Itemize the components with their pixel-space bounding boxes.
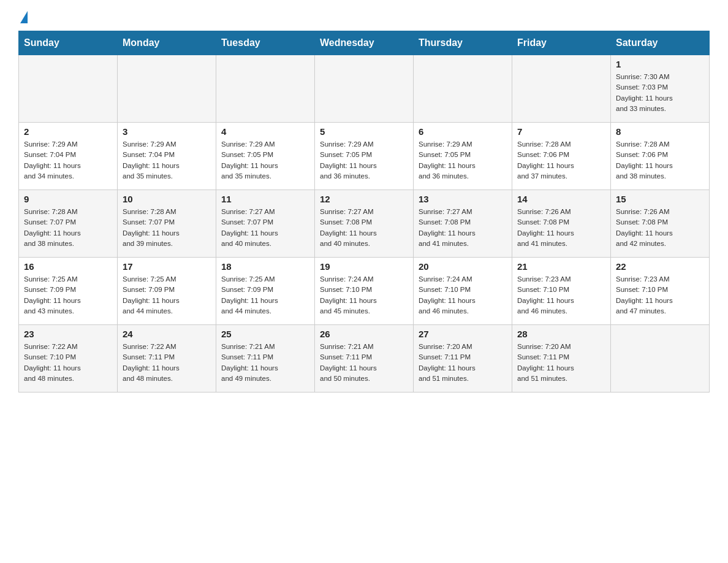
calendar-cell: 22Sunrise: 7:23 AM Sunset: 7:10 PM Dayli… <box>611 258 710 325</box>
calendar-cell: 26Sunrise: 7:21 AM Sunset: 7:11 PM Dayli… <box>315 325 414 393</box>
day-number: 19 <box>320 261 408 272</box>
day-info: Sunrise: 7:26 AM Sunset: 7:08 PM Dayligh… <box>616 207 704 249</box>
calendar-cell: 16Sunrise: 7:25 AM Sunset: 7:09 PM Dayli… <box>19 258 118 325</box>
day-info: Sunrise: 7:29 AM Sunset: 7:04 PM Dayligh… <box>24 139 112 182</box>
day-info: Sunrise: 7:27 AM Sunset: 7:08 PM Dayligh… <box>320 207 408 249</box>
day-number: 6 <box>419 126 507 137</box>
day-number: 22 <box>616 261 704 272</box>
day-info: Sunrise: 7:21 AM Sunset: 7:11 PM Dayligh… <box>320 342 408 384</box>
day-number: 24 <box>123 329 211 339</box>
day-number: 13 <box>419 194 507 204</box>
day-number: 11 <box>221 194 309 204</box>
calendar-cell: 6Sunrise: 7:29 AM Sunset: 7:05 PM Daylig… <box>414 123 512 190</box>
calendar-cell: 14Sunrise: 7:26 AM Sunset: 7:08 PM Dayli… <box>512 190 611 258</box>
day-info: Sunrise: 7:28 AM Sunset: 7:06 PM Dayligh… <box>517 139 605 182</box>
day-info: Sunrise: 7:24 AM Sunset: 7:10 PM Dayligh… <box>320 274 408 316</box>
day-number: 17 <box>123 261 211 272</box>
calendar-cell: 1Sunrise: 7:30 AM Sunset: 7:03 PM Daylig… <box>611 55 710 123</box>
day-info: Sunrise: 7:23 AM Sunset: 7:10 PM Dayligh… <box>517 274 605 316</box>
day-number: 23 <box>24 329 112 339</box>
day-info: Sunrise: 7:27 AM Sunset: 7:08 PM Dayligh… <box>419 207 507 249</box>
calendar-cell: 24Sunrise: 7:22 AM Sunset: 7:11 PM Dayli… <box>118 325 216 393</box>
calendar-week-row: 1Sunrise: 7:30 AM Sunset: 7:03 PM Daylig… <box>19 55 710 123</box>
day-info: Sunrise: 7:25 AM Sunset: 7:09 PM Dayligh… <box>221 274 309 316</box>
day-info: Sunrise: 7:28 AM Sunset: 7:07 PM Dayligh… <box>24 207 112 249</box>
logo-triangle-icon <box>20 11 28 23</box>
weekday-header-thursday: Thursday <box>414 31 512 55</box>
calendar-week-row: 2Sunrise: 7:29 AM Sunset: 7:04 PM Daylig… <box>19 123 710 190</box>
weekday-header-monday: Monday <box>118 31 216 55</box>
day-number: 3 <box>123 126 211 137</box>
day-number: 9 <box>24 194 112 204</box>
day-info: Sunrise: 7:23 AM Sunset: 7:10 PM Dayligh… <box>616 274 704 316</box>
calendar-cell: 13Sunrise: 7:27 AM Sunset: 7:08 PM Dayli… <box>414 190 512 258</box>
day-info: Sunrise: 7:21 AM Sunset: 7:11 PM Dayligh… <box>221 342 309 384</box>
day-number: 28 <box>517 329 605 339</box>
day-number: 12 <box>320 194 408 204</box>
day-number: 4 <box>221 126 309 137</box>
calendar-week-row: 9Sunrise: 7:28 AM Sunset: 7:07 PM Daylig… <box>19 190 710 258</box>
day-number: 10 <box>123 194 211 204</box>
day-number: 5 <box>320 126 408 137</box>
calendar-cell: 8Sunrise: 7:28 AM Sunset: 7:06 PM Daylig… <box>611 123 710 190</box>
day-number: 26 <box>320 329 408 339</box>
day-info: Sunrise: 7:20 AM Sunset: 7:11 PM Dayligh… <box>517 342 605 384</box>
calendar-cell: 20Sunrise: 7:24 AM Sunset: 7:10 PM Dayli… <box>414 258 512 325</box>
day-info: Sunrise: 7:28 AM Sunset: 7:06 PM Dayligh… <box>616 139 704 182</box>
day-number: 18 <box>221 261 309 272</box>
day-info: Sunrise: 7:25 AM Sunset: 7:09 PM Dayligh… <box>24 274 112 316</box>
day-info: Sunrise: 7:28 AM Sunset: 7:07 PM Dayligh… <box>123 207 211 249</box>
calendar-cell <box>118 55 216 123</box>
weekday-header-tuesday: Tuesday <box>216 31 315 55</box>
calendar-cell <box>315 55 414 123</box>
calendar-cell: 18Sunrise: 7:25 AM Sunset: 7:09 PM Dayli… <box>216 258 315 325</box>
calendar-cell: 25Sunrise: 7:21 AM Sunset: 7:11 PM Dayli… <box>216 325 315 393</box>
day-info: Sunrise: 7:29 AM Sunset: 7:05 PM Dayligh… <box>419 139 507 182</box>
calendar-cell <box>611 325 710 393</box>
day-info: Sunrise: 7:24 AM Sunset: 7:10 PM Dayligh… <box>419 274 507 316</box>
calendar-cell: 9Sunrise: 7:28 AM Sunset: 7:07 PM Daylig… <box>19 190 118 258</box>
day-number: 16 <box>24 261 112 272</box>
day-number: 8 <box>616 126 704 137</box>
calendar-cell: 11Sunrise: 7:27 AM Sunset: 7:07 PM Dayli… <box>216 190 315 258</box>
day-number: 1 <box>616 59 704 69</box>
weekday-header-sunday: Sunday <box>19 31 118 55</box>
calendar-week-row: 16Sunrise: 7:25 AM Sunset: 7:09 PM Dayli… <box>19 258 710 325</box>
day-number: 14 <box>517 194 605 204</box>
calendar-cell: 19Sunrise: 7:24 AM Sunset: 7:10 PM Dayli… <box>315 258 414 325</box>
logo <box>18 12 28 25</box>
calendar-cell: 17Sunrise: 7:25 AM Sunset: 7:09 PM Dayli… <box>118 258 216 325</box>
weekday-header-friday: Friday <box>512 31 611 55</box>
calendar-cell <box>216 55 315 123</box>
calendar-cell <box>512 55 611 123</box>
calendar-cell: 10Sunrise: 7:28 AM Sunset: 7:07 PM Dayli… <box>118 190 216 258</box>
calendar-cell: 15Sunrise: 7:26 AM Sunset: 7:08 PM Dayli… <box>611 190 710 258</box>
day-info: Sunrise: 7:29 AM Sunset: 7:04 PM Dayligh… <box>123 139 211 182</box>
calendar-cell <box>19 55 118 123</box>
day-info: Sunrise: 7:27 AM Sunset: 7:07 PM Dayligh… <box>221 207 309 249</box>
day-info: Sunrise: 7:29 AM Sunset: 7:05 PM Dayligh… <box>221 139 309 182</box>
calendar-cell: 4Sunrise: 7:29 AM Sunset: 7:05 PM Daylig… <box>216 123 315 190</box>
weekday-header-saturday: Saturday <box>611 31 710 55</box>
weekday-header-wednesday: Wednesday <box>315 31 414 55</box>
calendar-cell: 12Sunrise: 7:27 AM Sunset: 7:08 PM Dayli… <box>315 190 414 258</box>
day-number: 20 <box>419 261 507 272</box>
day-info: Sunrise: 7:26 AM Sunset: 7:08 PM Dayligh… <box>517 207 605 249</box>
day-number: 2 <box>24 126 112 137</box>
day-info: Sunrise: 7:29 AM Sunset: 7:05 PM Dayligh… <box>320 139 408 182</box>
day-info: Sunrise: 7:22 AM Sunset: 7:10 PM Dayligh… <box>24 342 112 384</box>
calendar-cell <box>414 55 512 123</box>
day-info: Sunrise: 7:22 AM Sunset: 7:11 PM Dayligh… <box>123 342 211 384</box>
day-number: 15 <box>616 194 704 204</box>
calendar-cell: 5Sunrise: 7:29 AM Sunset: 7:05 PM Daylig… <box>315 123 414 190</box>
day-number: 25 <box>221 329 309 339</box>
calendar-table: SundayMondayTuesdayWednesdayThursdayFrid… <box>18 31 710 393</box>
day-info: Sunrise: 7:20 AM Sunset: 7:11 PM Dayligh… <box>419 342 507 384</box>
calendar-cell: 23Sunrise: 7:22 AM Sunset: 7:10 PM Dayli… <box>19 325 118 393</box>
calendar-week-row: 23Sunrise: 7:22 AM Sunset: 7:10 PM Dayli… <box>19 325 710 393</box>
calendar-cell: 21Sunrise: 7:23 AM Sunset: 7:10 PM Dayli… <box>512 258 611 325</box>
calendar-cell: 3Sunrise: 7:29 AM Sunset: 7:04 PM Daylig… <box>118 123 216 190</box>
calendar-cell: 28Sunrise: 7:20 AM Sunset: 7:11 PM Dayli… <box>512 325 611 393</box>
day-number: 27 <box>419 329 507 339</box>
day-info: Sunrise: 7:30 AM Sunset: 7:03 PM Dayligh… <box>616 72 704 114</box>
